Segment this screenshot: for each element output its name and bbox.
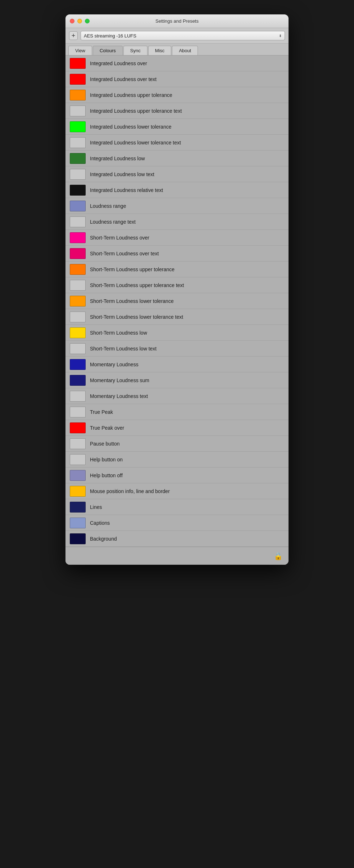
color-label: Short-Term Loudness low <box>90 330 147 336</box>
color-swatch[interactable] <box>70 407 86 417</box>
color-row[interactable]: Short-Term Loudness over text <box>65 246 289 261</box>
color-row[interactable]: True Peak over <box>65 420 289 436</box>
color-row[interactable]: Momentary Loudness <box>65 357 289 372</box>
color-swatch[interactable] <box>70 486 86 497</box>
window-title: Settings and Presets <box>155 18 199 24</box>
color-swatch[interactable] <box>70 359 86 370</box>
color-swatch[interactable] <box>70 438 86 449</box>
maximize-button[interactable] <box>85 19 90 23</box>
color-swatch[interactable] <box>70 391 86 402</box>
tab-colours[interactable]: Colours <box>93 46 123 55</box>
color-swatch[interactable] <box>70 312 86 322</box>
traffic-lights <box>70 19 90 23</box>
color-list: Integrated Loudness overIntegrated Loudn… <box>65 55 289 547</box>
color-swatch[interactable] <box>70 90 86 100</box>
color-swatch[interactable] <box>70 121 86 132</box>
color-label: Loudness range <box>90 203 126 209</box>
color-swatch[interactable] <box>70 470 86 481</box>
tab-about[interactable]: About <box>172 46 198 55</box>
color-swatch[interactable] <box>70 106 86 116</box>
color-label: Short-Term Loudness over text <box>90 251 159 256</box>
color-row[interactable]: Background <box>65 531 289 547</box>
bottom-bar: 🔒 <box>65 547 289 565</box>
color-label: Short-Term Loudness over <box>90 235 149 241</box>
color-row[interactable]: Short-Term Loudness upper tolerance text <box>65 277 289 293</box>
tab-sync[interactable]: Sync <box>123 46 148 55</box>
color-swatch[interactable] <box>70 502 86 513</box>
color-label: Background <box>90 536 117 542</box>
color-row[interactable]: Help button on <box>65 452 289 467</box>
color-row[interactable]: Integrated Loudness lower tolerance text <box>65 135 289 151</box>
color-row[interactable]: Mouse position info, line and border <box>65 483 289 499</box>
preset-value: AES streaming -16 LUFS <box>84 33 136 39</box>
tab-misc[interactable]: Misc <box>148 46 172 55</box>
color-label: Lines <box>90 504 102 510</box>
title-bar: Settings and Presets <box>65 14 289 28</box>
color-label: Integrated Loudness lower tolerance <box>90 124 171 130</box>
color-label: Short-Term Loudness upper tolerance text <box>90 282 184 288</box>
color-swatch[interactable] <box>70 343 86 354</box>
color-label: Captions <box>90 520 110 526</box>
color-row[interactable]: Integrated Loudness low text <box>65 166 289 182</box>
color-row[interactable]: Integrated Loudness over text <box>65 71 289 87</box>
color-label: Loudness range text <box>90 219 136 225</box>
color-swatch[interactable] <box>70 185 86 196</box>
color-label: Integrated Loudness upper tolerance text <box>90 108 182 114</box>
color-swatch[interactable] <box>70 264 86 275</box>
lock-icon[interactable]: 🔒 <box>274 552 283 560</box>
color-swatch[interactable] <box>70 169 86 180</box>
color-row[interactable]: Short-Term Loudness lower tolerance <box>65 293 289 309</box>
color-swatch[interactable] <box>70 216 86 227</box>
color-swatch[interactable] <box>70 533 86 544</box>
color-row[interactable]: Momentary Loudness sum <box>65 372 289 388</box>
color-swatch[interactable] <box>70 327 86 338</box>
color-row[interactable]: Loudness range text <box>65 214 289 230</box>
color-label: Integrated Loudness low text <box>90 171 154 177</box>
color-swatch[interactable] <box>70 296 86 307</box>
color-swatch[interactable] <box>70 248 86 259</box>
color-swatch[interactable] <box>70 280 86 291</box>
color-label: Mouse position info, line and border <box>90 488 170 494</box>
color-swatch[interactable] <box>70 518 86 528</box>
color-row[interactable]: Integrated Loudness low <box>65 151 289 166</box>
color-label: Pause button <box>90 441 120 447</box>
color-swatch[interactable] <box>70 153 86 164</box>
color-row[interactable]: Momentary Loudness text <box>65 388 289 404</box>
color-row[interactable]: Pause button <box>65 436 289 452</box>
add-preset-button[interactable]: + <box>69 31 78 40</box>
color-swatch[interactable] <box>70 454 86 465</box>
color-row[interactable]: Short-Term Loudness low text <box>65 341 289 357</box>
color-row[interactable]: Captions <box>65 515 289 531</box>
dropdown-arrow-icon: ⬍ <box>279 34 282 38</box>
color-label: Integrated Loudness relative text <box>90 187 163 193</box>
color-row[interactable]: Integrated Loudness relative text <box>65 182 289 198</box>
color-swatch[interactable] <box>70 74 86 85</box>
color-swatch[interactable] <box>70 137 86 148</box>
color-swatch[interactable] <box>70 422 86 433</box>
color-row[interactable]: Integrated Loudness upper tolerance text <box>65 103 289 119</box>
tabs-bar: View Colours Sync Misc About <box>65 44 289 55</box>
preset-dropdown[interactable]: AES streaming -16 LUFS ⬍ <box>81 31 285 40</box>
color-swatch[interactable] <box>70 58 86 69</box>
color-swatch[interactable] <box>70 375 86 386</box>
color-row[interactable]: Help button off <box>65 467 289 483</box>
tab-view[interactable]: View <box>68 46 92 55</box>
close-button[interactable] <box>70 19 74 23</box>
color-row[interactable]: Integrated Loudness over <box>65 55 289 71</box>
toolbar: + AES streaming -16 LUFS ⬍ <box>65 28 289 44</box>
color-row[interactable]: Integrated Loudness upper tolerance <box>65 87 289 103</box>
color-label: Help button off <box>90 473 123 478</box>
color-row[interactable]: Short-Term Loudness over <box>65 230 289 246</box>
color-label: Integrated Loudness lower tolerance text <box>90 140 181 146</box>
color-row[interactable]: Short-Term Loudness low <box>65 325 289 341</box>
color-label: True Peak <box>90 409 113 415</box>
color-row[interactable]: Short-Term Loudness lower tolerance text <box>65 309 289 325</box>
color-swatch[interactable] <box>70 201 86 211</box>
color-row[interactable]: Lines <box>65 499 289 515</box>
color-row[interactable]: Short-Term Loudness upper tolerance <box>65 261 289 277</box>
minimize-button[interactable] <box>77 19 82 23</box>
color-row[interactable]: Loudness range <box>65 198 289 214</box>
color-row[interactable]: Integrated Loudness lower tolerance <box>65 119 289 135</box>
color-swatch[interactable] <box>70 232 86 243</box>
color-row[interactable]: True Peak <box>65 404 289 420</box>
